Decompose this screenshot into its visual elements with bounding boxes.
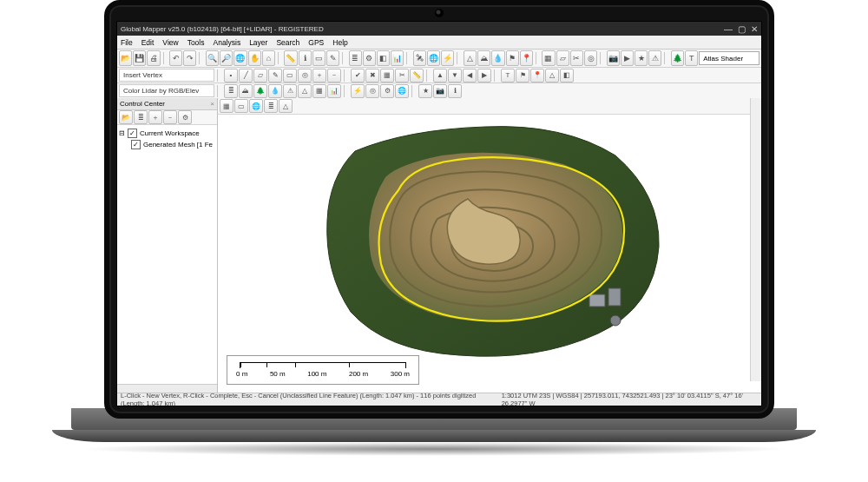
- online-button[interactable]: 🌐: [427, 50, 440, 66]
- li-tool-9[interactable]: ⚡: [351, 84, 365, 98]
- dg-tool-11[interactable]: ▦: [380, 69, 394, 83]
- pan-button[interactable]: ✋: [248, 50, 261, 66]
- menu-edit[interactable]: Edit: [141, 38, 155, 47]
- li-tool-15[interactable]: ℹ: [448, 84, 462, 98]
- dg-tool-15[interactable]: ▼: [448, 69, 462, 83]
- script-button[interactable]: ⚡: [441, 50, 454, 66]
- pt-3[interactable]: ＋: [148, 110, 162, 124]
- home-button[interactable]: ⌂: [262, 50, 275, 66]
- li-tool-14[interactable]: 📷: [433, 84, 447, 98]
- tool-h[interactable]: ✂: [570, 50, 583, 66]
- tool-l[interactable]: ★: [635, 50, 648, 66]
- tree-item-mesh[interactable]: ✓ Generated Mesh [1 Fe: [119, 139, 215, 150]
- menu-tools[interactable]: Tools: [187, 38, 205, 47]
- tool-m[interactable]: ⚠: [648, 50, 661, 66]
- dg-tool-3[interactable]: ▱: [253, 69, 267, 83]
- tool-a[interactable]: △: [464, 50, 477, 66]
- tool-i[interactable]: ◎: [584, 50, 597, 66]
- select-button[interactable]: ▭: [312, 50, 326, 66]
- menu-view[interactable]: View: [162, 38, 178, 47]
- redo-button[interactable]: ↷: [183, 50, 196, 66]
- menu-layer[interactable]: Layer: [249, 38, 267, 47]
- dg-tool-5[interactable]: ▭: [283, 69, 297, 83]
- info-button[interactable]: ℹ: [299, 50, 312, 66]
- gps-button[interactable]: 🛰: [413, 50, 426, 66]
- dg-tool-9[interactable]: ✔: [351, 69, 365, 83]
- dg-tool-1[interactable]: •: [224, 69, 238, 83]
- tool-o[interactable]: T: [685, 50, 698, 66]
- layers-button[interactable]: ≣: [349, 50, 362, 66]
- 3d-button[interactable]: ◧: [377, 50, 390, 66]
- menu-help[interactable]: Help: [332, 38, 347, 47]
- dg-tool-18[interactable]: T: [501, 69, 515, 83]
- panel-close-button[interactable]: ×: [210, 100, 214, 108]
- undo-button[interactable]: ↶: [169, 50, 182, 66]
- tool-f[interactable]: ▦: [542, 50, 555, 66]
- dg-tool-16[interactable]: ◀: [463, 69, 477, 83]
- dg-tool-2[interactable]: ╱: [239, 69, 253, 83]
- dg-tool-12[interactable]: ✂: [395, 69, 409, 83]
- tool-j[interactable]: 📷: [607, 50, 620, 66]
- tool-e[interactable]: 📍: [520, 50, 533, 66]
- tool-c[interactable]: 💧: [491, 50, 504, 66]
- map-canvas[interactable]: ▦ ▭ 🌐 ≣ △: [218, 98, 761, 393]
- layer-tree[interactable]: ⊟ ✓ Current Workspace ✓ Generated Mesh […: [117, 125, 217, 384]
- dg-tool-14[interactable]: ▲: [433, 69, 447, 83]
- pt-4[interactable]: －: [163, 110, 177, 124]
- dg-tool-21[interactable]: △: [545, 69, 559, 83]
- cv-1[interactable]: ▦: [220, 99, 233, 113]
- li-tool-6[interactable]: △: [298, 84, 312, 98]
- pt-1[interactable]: 📂: [119, 110, 133, 124]
- li-tool-4[interactable]: 💧: [268, 84, 282, 98]
- cv-5[interactable]: △: [279, 99, 293, 113]
- li-tool-3[interactable]: 🌲: [253, 84, 267, 98]
- li-tool-8[interactable]: 📊: [327, 84, 341, 98]
- pt-2[interactable]: ≣: [134, 110, 148, 124]
- close-button[interactable]: ✕: [751, 24, 758, 34]
- tool-k[interactable]: ▶: [621, 50, 634, 66]
- tree-root[interactable]: ⊟ ✓ Current Workspace: [119, 128, 215, 139]
- menu-search[interactable]: Search: [276, 38, 299, 47]
- li-tool-13[interactable]: ★: [418, 84, 432, 98]
- zoom-out-button[interactable]: 🔎: [220, 50, 233, 66]
- print-button[interactable]: 🖨: [147, 50, 160, 66]
- measure-button[interactable]: 📏: [284, 50, 297, 66]
- minimize-button[interactable]: —: [724, 24, 733, 34]
- dg-tool-10[interactable]: ✖: [365, 69, 379, 83]
- dg-tool-7[interactable]: ＋: [312, 69, 326, 83]
- tool-b[interactable]: ⛰: [477, 50, 490, 66]
- li-tool-2[interactable]: ⛰: [239, 84, 253, 98]
- checkbox-icon[interactable]: ✓: [131, 140, 141, 149]
- tool-d[interactable]: ⚑: [506, 50, 519, 66]
- dg-tool-13[interactable]: 📏: [410, 69, 424, 83]
- li-tool-10[interactable]: ◎: [365, 84, 379, 98]
- li-tool-12[interactable]: 🌐: [395, 84, 409, 98]
- vertical-scrollbar[interactable]: [750, 98, 761, 381]
- li-tool-5[interactable]: ⚠: [283, 84, 297, 98]
- shader-dropdown[interactable]: Atlas Shader: [699, 51, 760, 65]
- digitize-mode-field[interactable]: Insert Vertex: [119, 69, 214, 82]
- open-button[interactable]: 📂: [119, 50, 132, 66]
- dg-tool-20[interactable]: 📍: [530, 69, 544, 83]
- dg-tool-4[interactable]: ✎: [268, 69, 282, 83]
- checkbox-icon[interactable]: ✓: [128, 129, 137, 138]
- li-tool-7[interactable]: ▦: [312, 84, 326, 98]
- zoom-full-button[interactable]: 🌐: [233, 50, 247, 66]
- menu-gps[interactable]: GPS: [308, 38, 324, 47]
- dg-tool-8[interactable]: －: [327, 69, 341, 83]
- cv-2[interactable]: ▭: [234, 99, 248, 113]
- lidar-color-field[interactable]: Color Lidar by RGB/Elev: [119, 84, 214, 97]
- li-tool-11[interactable]: ⚙: [380, 84, 394, 98]
- config-button[interactable]: ⚙: [363, 50, 376, 66]
- cv-3[interactable]: 🌐: [249, 99, 263, 113]
- menu-file[interactable]: File: [121, 38, 133, 47]
- tool-g[interactable]: ▱: [556, 50, 569, 66]
- maximize-button[interactable]: ▢: [738, 24, 746, 34]
- dg-tool-6[interactable]: ◎: [298, 69, 312, 83]
- digitize-button[interactable]: ✎: [326, 50, 339, 66]
- dg-tool-19[interactable]: ⚑: [516, 69, 529, 83]
- tool-n[interactable]: 🌲: [671, 50, 684, 66]
- zoom-in-button[interactable]: 🔍: [206, 50, 219, 66]
- li-tool-1[interactable]: ≣: [224, 84, 238, 98]
- dg-tool-17[interactable]: ▶: [477, 69, 491, 83]
